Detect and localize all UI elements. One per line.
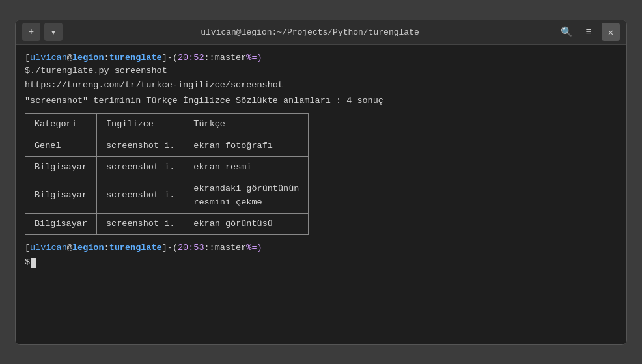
directory-1: turenglate <box>109 51 162 64</box>
chevron-down-icon: ▾ <box>51 27 56 38</box>
table-row: Genel screenshot i. ekran fotoğrafı <box>25 135 309 156</box>
terminal-output[interactable]: [ulvican@legion:turenglate]-(20:52 :: ma… <box>16 45 626 344</box>
new-tab-button[interactable]: + <box>22 23 40 41</box>
row4-turkce: ekran görüntüsü <box>184 213 309 234</box>
window-title: ulvican@legion:~/Projects/Python/turengl… <box>63 27 557 37</box>
col-header-ingilizce: İngilizce <box>97 113 184 135</box>
row1-turkce: ekran fotoğrafı <box>184 135 309 156</box>
row1-kategori: Genel <box>25 135 97 156</box>
command-text-1: ./turenglate.py screenshot <box>30 64 167 77</box>
colon-2: : <box>104 242 109 255</box>
row3-ingilizce: screenshot i. <box>97 178 184 214</box>
col-header-turkce: Türkçe <box>184 113 309 135</box>
search-button[interactable]: 🔍 <box>557 23 576 41</box>
sep-1: :: <box>204 51 215 64</box>
dollar-sign-2: $ <box>25 256 30 269</box>
percent-eq-2: %= <box>246 242 257 255</box>
url-output: https://tureng.com/tr/turkce-ingilizce/s… <box>25 79 617 92</box>
time-2: 20:53 <box>178 242 204 255</box>
prompt-line-2: [ulvican@legion:turenglate]-(20:53 :: ma… <box>25 242 617 255</box>
row2-ingilizce: screenshot i. <box>97 157 184 178</box>
hamburger-icon: ≡ <box>585 27 591 38</box>
dollar-sign-1: $ <box>25 64 30 77</box>
table-row: Bilgisayar screenshot i. ekran görüntüsü <box>25 213 309 234</box>
time-1: 20:52 <box>178 51 204 64</box>
titlebar-left: + ▾ <box>22 23 63 41</box>
command-line-1: $ ./turenglate.py screenshot <box>25 64 617 77</box>
row4-ingilizce: screenshot i. <box>97 213 184 234</box>
row1-ingilizce: screenshot i. <box>97 135 184 156</box>
row4-kategori: Bilgisayar <box>25 213 97 234</box>
close-icon: ✕ <box>608 27 613 38</box>
table-row: Bilgisayar screenshot i. ekran resmi <box>25 157 309 178</box>
sep-2: :: <box>204 242 215 255</box>
branch-label-2: master <box>215 242 247 255</box>
row3-turkce: ekrandaki görüntünün resmini çekme <box>184 178 309 214</box>
titlebar: + ▾ ulvican@legion:~/Projects/Python/tur… <box>16 20 626 45</box>
row2-kategori: Bilgisayar <box>25 157 97 178</box>
row3-kategori: Bilgisayar <box>25 178 97 214</box>
dropdown-button[interactable]: ▾ <box>44 23 63 41</box>
at-sign-2: @ <box>67 242 72 255</box>
close-paren-1: ) <box>257 51 262 64</box>
bracket-close-1: ] <box>162 51 167 64</box>
branch-label-1: master <box>215 51 247 64</box>
titlebar-right: 🔍 ≡ ✕ <box>557 23 620 41</box>
close-paren-2: ) <box>257 242 262 255</box>
search-icon: 🔍 <box>561 26 573 38</box>
table-row: Bilgisayar screenshot i. ekrandaki görün… <box>25 178 309 214</box>
table-header-row: Kategori İngilizce Türkçe <box>25 113 309 135</box>
close-button[interactable]: ✕ <box>602 23 620 41</box>
menu-button[interactable]: ≡ <box>579 23 598 41</box>
row2-turkce: ekran resmi <box>184 157 309 178</box>
hostname-2: legion <box>72 242 104 255</box>
bracket-open-2: [ <box>25 242 30 255</box>
directory-2: turenglate <box>109 242 162 255</box>
active-prompt-line: $ <box>25 256 617 269</box>
percent-eq-1: %= <box>246 51 257 64</box>
terminal-window: + ▾ ulvican@legion:~/Projects/Python/tur… <box>15 20 627 345</box>
hostname-1: legion <box>72 51 104 64</box>
colon-1: : <box>104 51 109 64</box>
bracket-close-2: ] <box>162 242 167 255</box>
username-2: ulvican <box>30 242 67 255</box>
dash-2: -( <box>167 242 178 255</box>
dash-1: -( <box>167 51 178 64</box>
col-header-kategori: Kategori <box>25 113 97 135</box>
results-table: Kategori İngilizce Türkçe Genel screensh… <box>25 113 309 236</box>
plus-icon: + <box>29 27 34 37</box>
info-output: "screenshot" teriminin Türkçe İngilizce … <box>25 94 617 107</box>
prompt-line-1: [ulvican@legion:turenglate]-(20:52 :: ma… <box>25 51 617 64</box>
cursor-block <box>31 258 36 268</box>
at-sign-1: @ <box>67 51 72 64</box>
bracket-open-1: [ <box>25 51 30 64</box>
username-1: ulvican <box>30 51 67 64</box>
